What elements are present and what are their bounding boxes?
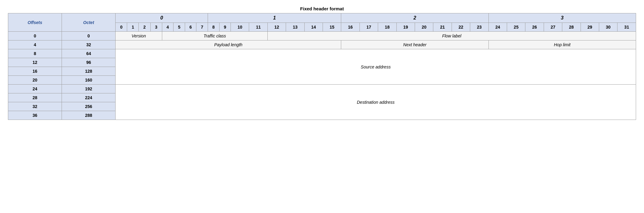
bit-0: 0 xyxy=(116,23,127,32)
octet-64: 64 xyxy=(62,49,116,58)
bit-10: 10 xyxy=(231,23,249,32)
bit-20: 20 xyxy=(415,23,433,32)
offset-16: 16 xyxy=(8,67,62,76)
bit-11: 11 xyxy=(249,23,267,32)
cell-next-header: Next header xyxy=(341,40,488,49)
offset-4: 4 xyxy=(8,40,62,49)
bit-18: 18 xyxy=(378,23,396,32)
cell-destination-address: Destination address xyxy=(116,85,636,120)
bit-17: 17 xyxy=(360,23,378,32)
bit-31: 31 xyxy=(617,23,636,32)
offset-20: 20 xyxy=(8,76,62,85)
offset-28: 28 xyxy=(8,93,62,102)
bit-14: 14 xyxy=(304,23,323,32)
bit-2: 2 xyxy=(139,23,150,32)
header-octet-top: Octet xyxy=(62,13,116,32)
bit-16: 16 xyxy=(341,23,360,32)
cell-traffic-class: Traffic class xyxy=(162,32,267,40)
cell-flow-label: Flow label xyxy=(267,32,636,40)
bit-30: 30 xyxy=(599,23,617,32)
octet-32: 32 xyxy=(62,40,116,49)
table-title: Fixed header format xyxy=(8,6,636,11)
bit-7: 7 xyxy=(196,23,208,32)
octet-160: 160 xyxy=(62,76,116,85)
bit-5: 5 xyxy=(174,23,185,32)
header-octet-1: 1 xyxy=(208,13,341,23)
table-row: 4 32 Payload length Next header Hop limi… xyxy=(8,40,636,49)
bit-6: 6 xyxy=(185,23,196,32)
header-octet-2: 2 xyxy=(341,13,488,23)
bit-25: 25 xyxy=(507,23,525,32)
bit-9: 9 xyxy=(219,23,231,32)
octet-288: 288 xyxy=(62,111,116,120)
bit-1: 1 xyxy=(127,23,139,32)
bit-24: 24 xyxy=(488,23,507,32)
offset-32: 32 xyxy=(8,102,62,111)
header-octet-3: 3 xyxy=(488,13,636,23)
offset-24: 24 xyxy=(8,85,62,93)
table-row: 24 192 Destination address xyxy=(8,85,636,93)
octet-224: 224 xyxy=(62,93,116,102)
fixed-header-table: Offsets Octet 0 1 2 3 0 1 2 3 4 5 6 7 8 … xyxy=(8,13,636,120)
header-offsets: Offsets xyxy=(8,13,62,32)
bit-28: 28 xyxy=(562,23,581,32)
octet-128: 128 xyxy=(62,67,116,76)
header-octet-0: 0 xyxy=(116,13,208,23)
cell-hop-limit: Hop limit xyxy=(488,40,636,49)
bit-13: 13 xyxy=(286,23,304,32)
bit-29: 29 xyxy=(581,23,599,32)
octet-0: 0 xyxy=(62,32,116,40)
octet-192: 192 xyxy=(62,85,116,93)
cell-version: Version xyxy=(116,32,162,40)
bit-4: 4 xyxy=(162,23,174,32)
bit-26: 26 xyxy=(525,23,544,32)
offset-12: 12 xyxy=(8,58,62,67)
octet-256: 256 xyxy=(62,102,116,111)
table-row: 0 0 Version Traffic class Flow label xyxy=(8,32,636,40)
octet-96: 96 xyxy=(62,58,116,67)
bit-19: 19 xyxy=(396,23,415,32)
bit-15: 15 xyxy=(323,23,341,32)
cell-payload-length: Payload length xyxy=(116,40,341,49)
bit-23: 23 xyxy=(470,23,488,32)
bit-27: 27 xyxy=(544,23,562,32)
bit-21: 21 xyxy=(433,23,452,32)
bit-3: 3 xyxy=(150,23,162,32)
table-row: 8 64 Source address xyxy=(8,49,636,58)
offset-8: 8 xyxy=(8,49,62,58)
offset-36: 36 xyxy=(8,111,62,120)
bit-22: 22 xyxy=(452,23,470,32)
offset-0: 0 xyxy=(8,32,62,40)
bit-8: 8 xyxy=(208,23,219,32)
cell-source-address: Source address xyxy=(116,49,636,85)
table-container: Fixed header format Offsets Octet 0 1 2 … xyxy=(8,6,636,120)
bit-12: 12 xyxy=(267,23,286,32)
